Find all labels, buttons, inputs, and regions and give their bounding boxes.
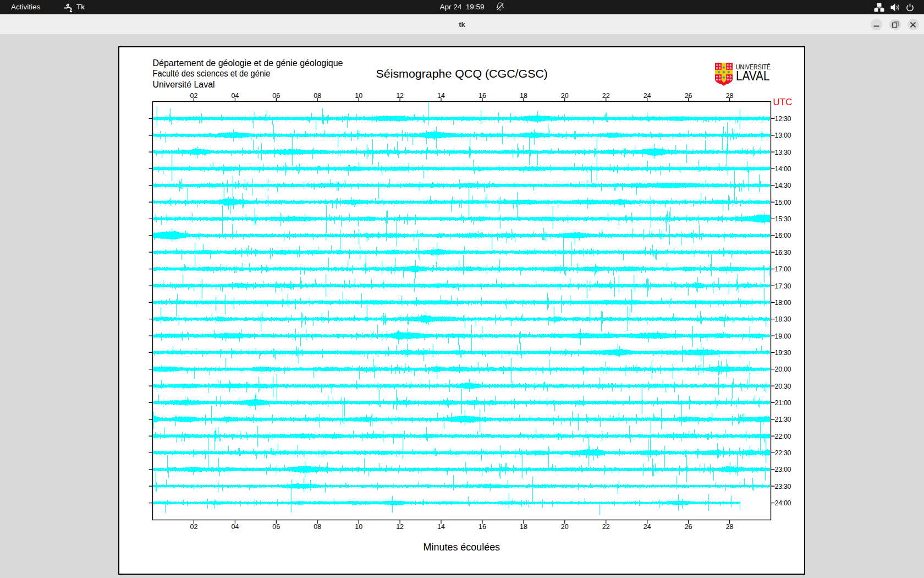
svg-text:15:30: 15:30 bbox=[775, 215, 791, 223]
svg-text:10: 10 bbox=[355, 523, 362, 531]
svg-text:04: 04 bbox=[231, 523, 239, 531]
svg-text:20:00: 20:00 bbox=[775, 366, 791, 373]
svg-text:06: 06 bbox=[272, 92, 280, 100]
svg-text:17:00: 17:00 bbox=[775, 265, 791, 273]
svg-text:21:30: 21:30 bbox=[775, 416, 791, 423]
svg-text:12:30: 12:30 bbox=[775, 115, 791, 123]
svg-text:26: 26 bbox=[685, 523, 692, 531]
svg-text:20: 20 bbox=[561, 92, 569, 100]
svg-text:06: 06 bbox=[272, 523, 280, 531]
svg-text:24: 24 bbox=[644, 523, 651, 531]
svg-text:21:00: 21:00 bbox=[775, 399, 791, 407]
svg-text:18: 18 bbox=[520, 523, 527, 531]
svg-text:13:00: 13:00 bbox=[775, 132, 791, 139]
svg-text:26: 26 bbox=[685, 92, 692, 100]
svg-text:19:00: 19:00 bbox=[775, 332, 791, 340]
svg-text:18:00: 18:00 bbox=[775, 299, 791, 307]
svg-text:08: 08 bbox=[314, 92, 321, 100]
svg-text:10: 10 bbox=[355, 92, 362, 100]
svg-text:Séismographe QCQ (CGC/GSC): Séismographe QCQ (CGC/GSC) bbox=[376, 67, 548, 80]
svg-text:19:30: 19:30 bbox=[775, 349, 791, 357]
svg-text:14:30: 14:30 bbox=[775, 182, 791, 189]
svg-text:22:30: 22:30 bbox=[775, 449, 791, 457]
svg-text:24: 24 bbox=[644, 92, 651, 100]
svg-text:UTC: UTC bbox=[773, 97, 793, 107]
svg-text:28: 28 bbox=[726, 92, 734, 100]
svg-text:15:00: 15:00 bbox=[775, 199, 791, 206]
svg-text:08: 08 bbox=[314, 523, 321, 531]
svg-text:16:30: 16:30 bbox=[775, 249, 791, 257]
svg-text:Département de géologie et de: Département de géologie et de génie géol… bbox=[153, 58, 343, 68]
svg-text:23:30: 23:30 bbox=[775, 483, 791, 490]
svg-text:12: 12 bbox=[396, 523, 404, 531]
svg-text:14: 14 bbox=[437, 523, 445, 531]
svg-text:04: 04 bbox=[231, 92, 239, 100]
svg-text:18: 18 bbox=[520, 92, 527, 100]
svg-text:16:00: 16:00 bbox=[775, 232, 791, 239]
svg-text:02: 02 bbox=[190, 92, 197, 100]
svg-text:23:00: 23:00 bbox=[775, 466, 791, 473]
svg-text:24:00: 24:00 bbox=[775, 499, 791, 507]
svg-text:22: 22 bbox=[602, 92, 610, 100]
svg-text:Université Laval: Université Laval bbox=[153, 80, 215, 89]
svg-text:Faculté des sciences et de gén: Faculté des sciences et de génie bbox=[153, 69, 271, 78]
svg-text:16: 16 bbox=[479, 523, 486, 531]
svg-text:22: 22 bbox=[602, 523, 610, 531]
svg-text:Minutes écoulées: Minutes écoulées bbox=[424, 542, 501, 553]
svg-text:22:00: 22:00 bbox=[775, 433, 791, 440]
svg-text:17:30: 17:30 bbox=[775, 282, 791, 290]
svg-text:18:30: 18:30 bbox=[775, 315, 791, 323]
svg-text:12: 12 bbox=[396, 92, 404, 100]
svg-text:28: 28 bbox=[726, 523, 734, 531]
svg-text:20: 20 bbox=[561, 523, 569, 531]
svg-text:13:30: 13:30 bbox=[775, 149, 791, 156]
svg-text:14:00: 14:00 bbox=[775, 165, 791, 173]
svg-text:16: 16 bbox=[479, 92, 486, 100]
svg-text:LAVAL: LAVAL bbox=[736, 69, 770, 83]
svg-text:02: 02 bbox=[190, 523, 197, 531]
svg-text:14: 14 bbox=[437, 92, 445, 100]
svg-text:20:30: 20:30 bbox=[775, 383, 791, 390]
